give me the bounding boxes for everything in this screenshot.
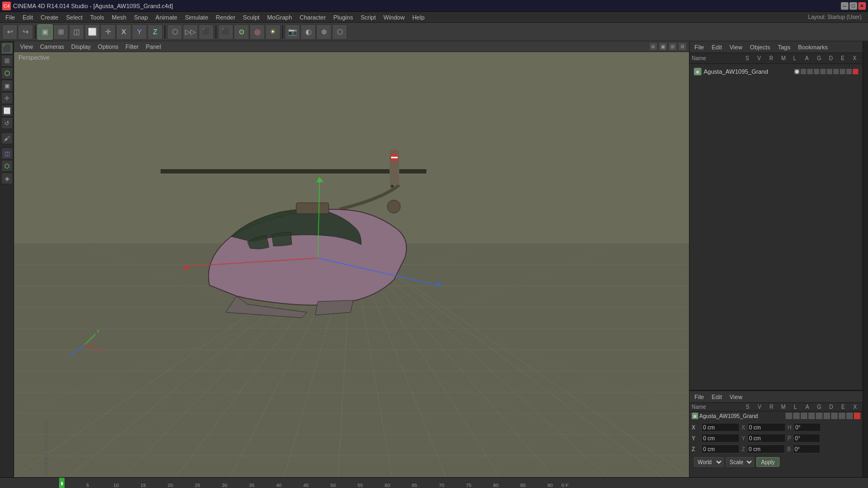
texture-tool[interactable]: ⬡ (332, 24, 347, 40)
sidebar-rotate-btn[interactable]: ↺ (1, 117, 13, 129)
input-x2[interactable] (748, 423, 786, 432)
input-z2[interactable] (747, 445, 785, 453)
tick-0: 0 (59, 483, 62, 488)
sidebar-cube-btn[interactable]: ⬛ (1, 42, 13, 54)
props-obj-row[interactable]: ▣ Agusta_AW1095_Grand (690, 412, 863, 420)
input-h[interactable] (794, 423, 821, 432)
rb-menu-edit[interactable]: Edit (709, 393, 725, 401)
rp-menu-tags[interactable]: Tags (775, 43, 793, 51)
rp-menu-bookmarks[interactable]: Bookmarks (795, 43, 831, 51)
rb-menu-view[interactable]: View (727, 393, 745, 401)
tick-50: 50 (330, 483, 336, 488)
nurbs-tool[interactable]: ⊙ (234, 24, 249, 40)
minimize-button[interactable]: ─ (841, 2, 848, 10)
rp-menu-file[interactable]: File (692, 43, 707, 51)
coord-mode-select[interactable]: Scale Size (726, 457, 754, 467)
menu-animate[interactable]: Animate (152, 13, 181, 22)
sidebar-brush-btn[interactable]: 🖌 (1, 132, 13, 144)
maximize-button[interactable]: □ (850, 2, 857, 10)
vpmenu-options[interactable]: Options (94, 42, 122, 51)
rp-menu-objects[interactable]: Objects (747, 43, 773, 51)
menu-render[interactable]: Render (213, 13, 239, 22)
close-button[interactable]: ✕ (858, 2, 866, 10)
tick-5: 5 (86, 483, 89, 488)
vpmenu-panel[interactable]: Panel (143, 42, 164, 51)
apply-button[interactable]: Apply (756, 457, 780, 467)
mode-select-all[interactable]: ✛ (100, 24, 116, 40)
coord-space-select[interactable]: World Local Object (694, 457, 724, 467)
mode-poly[interactable]: ⬜ (85, 24, 100, 40)
input-p[interactable] (793, 434, 820, 442)
toolbar-separator (35, 25, 36, 38)
window-controls[interactable]: ─ □ ✕ (841, 2, 866, 10)
vpmenu-cameras[interactable]: Cameras (37, 42, 68, 51)
tick-frame: 0 F (561, 483, 569, 488)
sidebar-layer1-btn[interactable]: ◫ (1, 147, 13, 159)
anim-record[interactable]: ⬡ (167, 24, 182, 40)
menu-edit[interactable]: Edit (20, 13, 36, 22)
svg-rect-34 (391, 157, 398, 158)
input-z[interactable] (701, 445, 739, 453)
anim-play[interactable]: ▷▷ (183, 24, 198, 40)
menu-help[interactable]: Help (409, 13, 428, 22)
vp-settings-icon[interactable]: ⚙ (678, 42, 687, 51)
mode-scale[interactable]: Z (148, 24, 163, 40)
render-tool[interactable]: ◐ (301, 24, 316, 40)
sidebar-hex-btn[interactable]: ⬡ (1, 67, 13, 79)
sidebar-sel-btn[interactable]: ▣ (1, 80, 13, 92)
objects-list: ▣ Agusta_AW1095_Grand ⬤ (690, 64, 863, 79)
input-b[interactable] (793, 445, 820, 453)
vpmenu-display[interactable]: Display (68, 42, 94, 51)
mode-object[interactable]: ▣ (37, 24, 53, 40)
menu-script[interactable]: Script (358, 13, 379, 22)
rp-menu-view[interactable]: View (727, 43, 745, 51)
mode-rotate[interactable]: Y (132, 24, 147, 40)
mode-point[interactable]: ⊞ (53, 24, 68, 40)
sidebar-layer3-btn[interactable]: ◈ (1, 172, 13, 184)
sidebar-grid-btn[interactable]: ⊞ (1, 55, 13, 67)
menu-select[interactable]: Select (63, 13, 86, 22)
menu-sculpt[interactable]: Sculpt (240, 13, 263, 22)
vpmenu-view[interactable]: View (17, 42, 36, 51)
deform-tool[interactable]: ◎ (250, 24, 265, 40)
undo-button[interactable]: ↩ (2, 24, 17, 40)
menu-snap[interactable]: Snap (131, 13, 151, 22)
vp-lock-icon[interactable]: ⊕ (649, 42, 658, 51)
right-scrollbar[interactable] (863, 41, 868, 477)
timeline-ruler[interactable]: ▮ 0 5 10 15 20 25 30 35 40 45 50 55 60 6… (0, 478, 868, 488)
sidebar-scale-btn[interactable]: ⬜ (1, 105, 13, 117)
mode-edge[interactable]: ◫ (69, 24, 84, 40)
redo-button[interactable]: ↪ (18, 24, 33, 40)
sidebar-layer2-btn[interactable]: ⬡ (1, 160, 13, 172)
rp-menu-edit[interactable]: Edit (709, 43, 725, 51)
menu-plugins[interactable]: Plugins (330, 13, 356, 22)
camera-tool[interactable]: 📷 (285, 24, 300, 40)
menu-window[interactable]: Window (380, 13, 408, 22)
menu-character[interactable]: Character (296, 13, 329, 22)
anim-stop[interactable]: ⬛ (199, 24, 214, 40)
obj-d-icon (840, 69, 845, 74)
col-v: V (757, 55, 765, 61)
object-row-helicopter[interactable]: ▣ Agusta_AW1095_Grand ⬤ (692, 66, 860, 77)
tick-70: 70 (439, 483, 444, 488)
vpmenu-filter[interactable]: Filter (122, 42, 142, 51)
menu-create[interactable]: Create (37, 13, 62, 22)
mode-move[interactable]: X (116, 24, 131, 40)
menu-mograph[interactable]: MoGraph (264, 13, 295, 22)
menu-file[interactable]: File (2, 13, 18, 22)
input-y[interactable] (701, 434, 739, 442)
viewport-3d[interactable]: Y X Z Perspective (14, 52, 689, 477)
input-y2[interactable] (748, 434, 786, 442)
rb-menu-file[interactable]: File (692, 393, 707, 401)
cube-tool[interactable]: ⬛ (218, 24, 233, 40)
menu-mesh[interactable]: Mesh (108, 13, 130, 22)
input-x[interactable] (701, 423, 739, 432)
vp-cam-icon[interactable]: ▣ (659, 42, 667, 51)
menu-simulate[interactable]: Simulate (182, 13, 212, 22)
vp-full-icon[interactable]: ⊞ (668, 42, 677, 51)
light-tool[interactable]: ☀ (265, 24, 280, 40)
timeline-ruler-inner: ▮ 0 5 10 15 20 25 30 35 40 45 50 55 60 6… (0, 478, 868, 488)
snapshot-tool[interactable]: ⊕ (316, 24, 331, 40)
menu-tools[interactable]: Tools (87, 13, 107, 22)
sidebar-move-btn[interactable]: ✛ (1, 92, 13, 104)
